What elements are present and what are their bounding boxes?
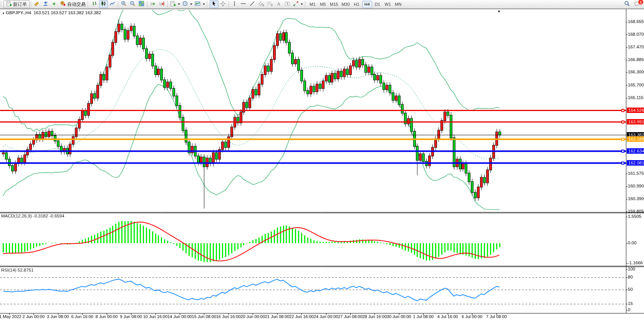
- trendline-icon: [249, 1, 255, 8]
- autotrading-label: 自动交易: [67, 1, 86, 8]
- brush-icon: [34, 1, 40, 8]
- signal-icon: [51, 1, 57, 8]
- person-icon: [43, 1, 48, 8]
- zoom-out-icon: [130, 1, 136, 8]
- svg-text:T: T: [286, 2, 289, 6]
- channel-icon: E: [258, 1, 264, 8]
- template-icon: [195, 1, 201, 8]
- fibonacci-icon: F: [267, 1, 273, 8]
- template-dropdown[interactable]: [194, 0, 206, 8]
- zoom-out-button[interactable]: [128, 0, 137, 8]
- arrows-icon: [293, 1, 299, 8]
- caret-down-icon: [203, 3, 205, 5]
- vertical-line-icon: [232, 1, 237, 8]
- vertical-line-button[interactable]: [230, 0, 239, 8]
- auto-scroll-button[interactable]: [149, 0, 157, 8]
- period-dropdown[interactable]: [181, 0, 194, 8]
- candlestick-icon: [101, 1, 106, 8]
- horizontal-line-icon: [240, 1, 246, 8]
- autotrading-button[interactable]: 自动交易: [59, 0, 87, 8]
- mt4-terminal: 新订单 自动交易: [0, 0, 644, 320]
- bar-chart-icon: [92, 1, 98, 8]
- caret-down-icon: [178, 3, 180, 5]
- separator: [167, 1, 168, 8]
- timeframe-button-m1[interactable]: M1: [308, 1, 318, 8]
- chart-shift-button[interactable]: [157, 0, 166, 8]
- svg-text:E: E: [262, 4, 264, 7]
- timeframe-button-m5[interactable]: M5: [318, 1, 328, 8]
- text-icon: A: [276, 1, 281, 8]
- cursor-icon: [211, 1, 217, 8]
- fibonacci-button[interactable]: F: [265, 0, 274, 8]
- tile-windows-button[interactable]: [137, 0, 146, 8]
- new-order-label: 新订单: [13, 1, 27, 8]
- toolbar-right: 1: [622, 0, 642, 8]
- candlestick-button[interactable]: [99, 0, 108, 8]
- bar-chart-button[interactable]: [90, 0, 99, 8]
- timeframe-button-h1[interactable]: H1: [352, 1, 362, 8]
- timeframe-button-w1[interactable]: W1: [383, 1, 393, 8]
- arrows-dropdown[interactable]: [292, 0, 304, 8]
- separator: [228, 1, 229, 8]
- toolbar-grip: [88, 1, 89, 7]
- toolbar: 新订单 自动交易: [0, 0, 644, 9]
- chart-canvas[interactable]: [0, 0, 644, 320]
- autotrading-icon: [60, 1, 66, 8]
- timeframe-button-m30[interactable]: M30: [340, 1, 351, 8]
- new-chart-icon: [170, 1, 176, 8]
- zoom-in-icon: [121, 1, 127, 8]
- line-chart-button[interactable]: [108, 0, 117, 8]
- notifications-button[interactable]: 1: [633, 0, 642, 8]
- tile-windows-icon: [139, 1, 144, 8]
- caret-down-icon: [301, 3, 303, 5]
- horizontal-line-button[interactable]: [239, 0, 248, 8]
- community-button[interactable]: [41, 0, 50, 8]
- auto-scroll-icon: [150, 1, 156, 8]
- text-label-button[interactable]: T: [283, 0, 292, 8]
- chart-shift-icon: [159, 1, 165, 8]
- timeframe-button-d1[interactable]: D1: [372, 1, 382, 8]
- timeframe-button-m15[interactable]: M15: [328, 1, 339, 8]
- svg-text:A: A: [277, 1, 280, 7]
- crosshair-icon: [220, 1, 226, 8]
- text-label-icon: T: [285, 1, 290, 8]
- separator: [31, 1, 31, 8]
- separator: [118, 1, 118, 8]
- separator: [147, 1, 147, 8]
- signals-button[interactable]: [50, 0, 59, 8]
- cursor-button[interactable]: [210, 0, 219, 8]
- search-button[interactable]: [622, 0, 631, 8]
- timeframe-button-mn[interactable]: MN: [393, 1, 403, 8]
- svg-text:F: F: [271, 4, 273, 7]
- styler-button[interactable]: [32, 0, 41, 8]
- equidistant-channel-button[interactable]: E: [257, 0, 265, 8]
- timeframe-button-h4[interactable]: H4: [362, 1, 372, 8]
- text-button[interactable]: A: [274, 0, 283, 8]
- line-chart-icon: [109, 1, 115, 8]
- search-icon: [624, 1, 630, 8]
- new-order-icon: [6, 1, 12, 8]
- toolbar-grip: [1, 1, 2, 7]
- toolbar-grip: [207, 1, 209, 7]
- crosshair-button[interactable]: [219, 0, 227, 8]
- clock-icon: [182, 1, 188, 8]
- caret-down-icon: [190, 3, 192, 5]
- timeframe-group: M1M5M15M30H1H4D1W1MN: [308, 1, 403, 8]
- notification-badge[interactable]: 1: [638, 0, 644, 5]
- new-order-button[interactable]: 新订单: [3, 0, 30, 8]
- zoom-in-button[interactable]: [119, 0, 128, 8]
- toolbar-grip: [305, 1, 306, 7]
- new-chart-dropdown[interactable]: [169, 0, 181, 8]
- trendline-button[interactable]: [248, 0, 257, 8]
